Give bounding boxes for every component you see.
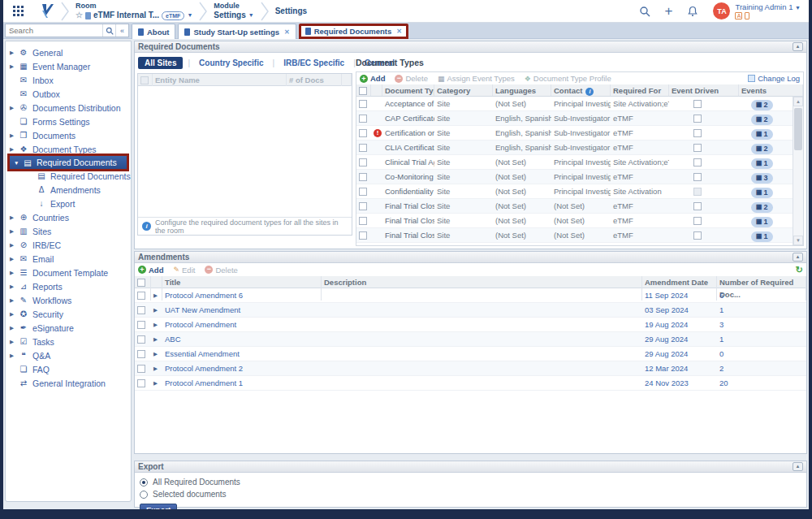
select-all-doc-types-checkbox[interactable] — [359, 87, 367, 95]
doc-type-row[interactable]: !Certification or Accr...SiteEnglish, Sp… — [356, 126, 803, 141]
select-all-amendments-checkbox[interactable] — [137, 279, 145, 287]
event-driven-checkbox[interactable] — [693, 144, 702, 152]
events-badge[interactable]: ▦1 — [751, 217, 773, 227]
event-driven-checkbox[interactable] — [693, 158, 702, 167]
radio-button[interactable] — [140, 491, 148, 499]
event-driven-checkbox[interactable] — [693, 202, 702, 210]
sidebar-item-reports[interactable]: ▶⊿Reports — [6, 279, 131, 293]
delete-doc-type-button[interactable]: −Delete — [395, 74, 427, 83]
subtab-country-specific[interactable]: Country Specific — [195, 58, 267, 68]
expand-arrow-icon[interactable]: ▶ — [10, 132, 18, 139]
event-driven-checkbox[interactable] — [693, 217, 702, 225]
contact-info-icon[interactable]: i — [585, 88, 594, 96]
sidebar-item-event-manager[interactable]: ▶▦Event Manager — [6, 59, 131, 73]
sidebar-item-documents[interactable]: ▶❒Documents — [6, 128, 131, 142]
event-driven-checkbox[interactable] — [693, 115, 702, 123]
radio-button[interactable] — [140, 478, 148, 487]
row-checkbox[interactable] — [359, 217, 367, 225]
expand-row-icon[interactable]: ▶ — [151, 361, 162, 375]
row-checkbox[interactable] — [137, 379, 145, 387]
events-badge[interactable]: ▦1 — [751, 158, 773, 169]
notifications-bell-icon[interactable] — [687, 6, 698, 17]
row-checkbox[interactable] — [359, 129, 367, 137]
sidebar-item-irb-ec[interactable]: ▶⊘IRB/EC — [6, 238, 131, 252]
events-badge[interactable]: ▦2 — [751, 100, 773, 110]
expand-arrow-icon[interactable]: ▼ — [14, 160, 22, 166]
collapse-panel-icon[interactable]: ▲ — [793, 462, 803, 471]
col-languages[interactable]: Languages — [493, 84, 551, 96]
row-checkbox[interactable] — [359, 100, 367, 108]
row-checkbox[interactable] — [359, 115, 367, 123]
expand-arrow-icon[interactable]: ▶ — [10, 214, 18, 221]
room-name[interactable]: eTMF Internal T... — [93, 11, 159, 20]
collapse-panel-icon[interactable]: ▲ — [793, 253, 803, 262]
doc-type-row[interactable]: CLIA CertificateSiteEnglish, Spanish, Hi… — [356, 141, 803, 155]
add-amendment-button[interactable]: +Add — [138, 266, 163, 275]
expand-row-icon[interactable]: ▶ — [151, 376, 162, 390]
expand-arrow-icon[interactable]: ▶ — [10, 50, 18, 56]
col-contact[interactable]: Contacti — [551, 84, 611, 96]
sidebar-item-documents-distribution[interactable]: ▶✇Documents Distribution — [6, 101, 131, 115]
sidebar-item-workflows[interactable]: ▶✎Workflows — [6, 293, 131, 307]
sidebar-item-countries[interactable]: ▶⊕Countries — [6, 210, 131, 224]
sidebar-item-general[interactable]: ▶⚙General — [6, 45, 131, 59]
collapse-sidebar-icon[interactable]: « — [115, 24, 128, 37]
doc-type-row[interactable]: Co-Monitoring Visit ...Site(Not Set)Prin… — [356, 170, 803, 184]
events-badge[interactable]: ▦1 — [751, 188, 773, 198]
search-input[interactable] — [6, 26, 102, 35]
sidebar-item-document-types[interactable]: ▶❖Document Types — [6, 142, 131, 156]
collapse-panel-icon[interactable]: ▲ — [793, 42, 803, 51]
doc-type-row[interactable]: Acceptance of Inves...Site(Not Set)Princ… — [356, 97, 803, 111]
room-caret-icon[interactable]: ▼ — [187, 11, 192, 20]
amendment-row[interactable]: ▶Protocol Amendment 124 Nov 202320 — [135, 376, 806, 391]
tab-about[interactable]: About — [132, 24, 175, 39]
amendment-row[interactable]: ▶Protocol Amendment 611 Sep 20246 — [135, 288, 806, 303]
tab-study-start-up-settings[interactable]: Study Start-Up settings✕ — [178, 24, 296, 39]
col-events[interactable]: Events — [739, 84, 803, 96]
scroll-down-icon[interactable]: ▼ — [793, 236, 803, 245]
amendment-row[interactable]: ▶Essential Amendment29 Aug 20240 — [135, 347, 806, 361]
row-checkbox[interactable] — [137, 321, 145, 329]
sidebar-item-security[interactable]: ▶✪Security — [6, 307, 131, 321]
sidebar-item-document-template[interactable]: ▶☰Document Template — [6, 266, 131, 279]
expand-arrow-icon[interactable]: ▶ — [10, 325, 18, 331]
event-driven-checkbox[interactable] — [693, 173, 702, 181]
expand-row-icon[interactable]: ▶ — [151, 288, 162, 302]
amendment-row[interactable]: ▶ABC29 Aug 20241 — [135, 332, 806, 347]
expand-arrow-icon[interactable]: ▶ — [10, 297, 18, 304]
delete-amendment-button[interactable]: −Delete — [205, 266, 237, 275]
expand-arrow-icon[interactable]: ▶ — [10, 256, 18, 262]
sidebar-item-forms-settings[interactable]: ❏Forms Settings — [6, 115, 131, 128]
export-option-selected-documents[interactable]: Selected documents — [140, 488, 801, 500]
doc-types-scrollbar[interactable]: ▲ ▼ — [793, 97, 803, 245]
event-driven-checkbox[interactable] — [693, 129, 702, 137]
scroll-thumb[interactable] — [794, 108, 802, 150]
assign-event-types-button[interactable]: ▦Assign Event Types — [438, 74, 515, 83]
select-all-entities-checkbox[interactable] — [140, 76, 149, 84]
expand-row-icon[interactable]: ▶ — [151, 303, 162, 317]
events-badge[interactable]: ▦2 — [751, 202, 773, 213]
favorite-star-icon[interactable]: ☆ — [76, 11, 83, 20]
doc-type-row[interactable]: Clinical Trial Agreem...Site(Not Set)Pri… — [356, 155, 803, 170]
export-option-all-required-documents[interactable]: All Required Documents — [140, 476, 801, 488]
expand-arrow-icon[interactable]: ▶ — [10, 63, 18, 70]
col-document-type[interactable]: Document Type ▲ — [382, 84, 434, 96]
sidebar-item-required-documents[interactable]: ▼▤Required Documents — [10, 156, 127, 169]
doc-type-row[interactable]: ⚠Form FDA 1572Site(Not Set)Principal Inv… — [356, 243, 803, 245]
expand-row-icon[interactable]: ▶ — [151, 318, 162, 331]
sidebar-item-general-integration[interactable]: ⇄General Integration — [6, 376, 131, 390]
close-tab-icon[interactable]: ✕ — [396, 28, 402, 35]
expand-arrow-icon[interactable]: ▶ — [10, 352, 18, 359]
event-driven-checkbox[interactable] — [693, 231, 702, 240]
search-icon[interactable] — [639, 6, 650, 17]
col-event-driven[interactable]: Event Driven — [669, 84, 739, 96]
row-checkbox[interactable] — [137, 306, 145, 314]
user-name[interactable]: Training Admin 1 ▼ — [735, 2, 801, 11]
events-badge[interactable]: ▦3 — [751, 173, 773, 184]
expand-arrow-icon[interactable]: ▶ — [10, 283, 18, 290]
breadcrumb-room[interactable]: Room ☆ eTMF Internal T... eTMF ▼ — [76, 0, 192, 23]
row-checkbox[interactable] — [137, 365, 145, 373]
sidebar-item-required-documents[interactable]: ▤Required Documents — [6, 169, 131, 183]
expand-arrow-icon[interactable]: ▶ — [10, 146, 18, 153]
events-badge[interactable]: ▦2 — [751, 144, 773, 154]
